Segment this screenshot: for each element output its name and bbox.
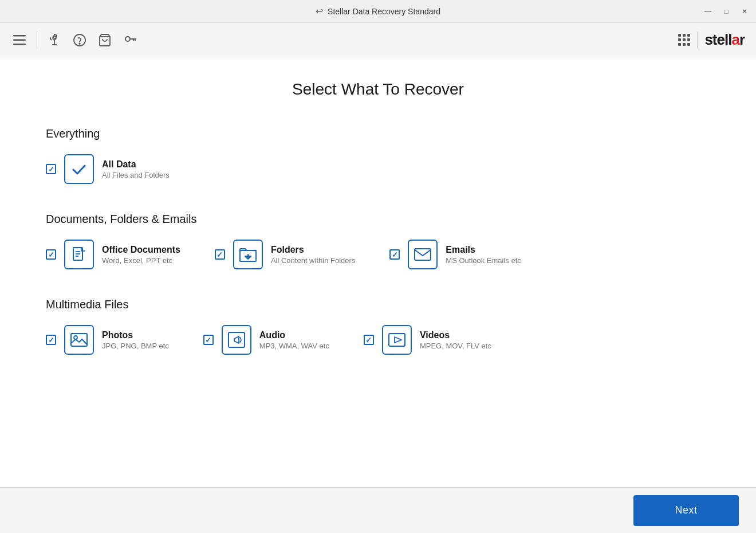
section-title-everything: Everything (46, 127, 710, 140)
item-folders[interactable]: Folders All Content within Folders (215, 240, 355, 269)
svg-rect-14 (71, 334, 87, 346)
title-bar-right: — □ ✕ (703, 7, 749, 16)
emails-text: Emails MS Outlook Emails etc (446, 245, 521, 265)
office-docs-label: Office Documents (102, 245, 180, 255)
photos-icon-box (64, 325, 94, 355)
svg-marker-18 (395, 337, 401, 343)
checkbox-folders[interactable] (215, 249, 225, 260)
item-all-data[interactable]: All Data All Files and Folders (46, 154, 170, 184)
office-docs-sublabel: Word, Excel, PPT etc (102, 256, 180, 265)
window-title: Stellar Data Recovery Standard (328, 7, 440, 16)
stellar-logo: stellar (704, 31, 745, 49)
folders-sublabel: All Content within Folders (271, 256, 355, 265)
emails-label: Emails (446, 245, 521, 255)
help-icon[interactable] (72, 32, 88, 48)
emails-icon-box (408, 240, 438, 269)
item-videos[interactable]: Videos MPEG, MOV, FLV etc (364, 325, 491, 355)
toolbar-separator-2 (697, 32, 698, 49)
office-docs-icon-box (64, 240, 94, 269)
all-data-text: All Data All Files and Folders (102, 159, 170, 179)
toolbar-left (11, 32, 138, 49)
svg-rect-17 (389, 334, 405, 346)
photos-sublabel: JPG, PNG, BMP etc (102, 342, 169, 350)
toolbar-separator-1 (37, 32, 37, 49)
svg-rect-1 (13, 39, 26, 41)
section-documents: Documents, Folders & Emails Office (46, 213, 710, 269)
main-content: Select What To Recover Everything All Da… (0, 57, 756, 487)
videos-sublabel: MPEG, MOV, FLV etc (420, 342, 491, 350)
microscope-icon[interactable] (46, 32, 62, 48)
item-photos[interactable]: Photos JPG, PNG, BMP etc (46, 325, 169, 355)
toolbar: stellar (0, 23, 756, 57)
back-icon: ↩ (316, 6, 323, 17)
svg-point-6 (79, 43, 80, 44)
cart-icon[interactable] (97, 32, 113, 48)
audio-sublabel: MP3, WMA, WAV etc (259, 342, 329, 350)
videos-label: Videos (420, 330, 491, 340)
checkbox-office-docs[interactable] (46, 249, 56, 260)
item-office-docs[interactable]: Office Documents Word, Excel, PPT etc (46, 240, 180, 269)
photos-label: Photos (102, 330, 169, 340)
checkbox-wrap-all-data (46, 164, 56, 174)
svg-rect-13 (415, 249, 431, 260)
next-button[interactable]: Next (633, 495, 739, 526)
all-data-label: All Data (102, 159, 170, 170)
folders-icon-box (233, 240, 263, 269)
checkbox-videos[interactable] (364, 335, 374, 345)
svg-rect-16 (229, 332, 245, 347)
audio-text: Audio MP3, WMA, WAV etc (259, 330, 329, 350)
all-data-sublabel: All Files and Folders (102, 171, 170, 179)
maximize-button[interactable]: □ (722, 7, 731, 16)
item-emails[interactable]: Emails MS Outlook Emails etc (389, 240, 521, 269)
folders-text: Folders All Content within Folders (271, 245, 355, 265)
audio-label: Audio (259, 330, 329, 340)
checkbox-audio[interactable] (203, 335, 214, 345)
svg-rect-0 (13, 35, 26, 37)
menu-icon[interactable] (11, 32, 27, 48)
item-audio[interactable]: Audio MP3, WMA, WAV etc (203, 325, 329, 355)
section-everything: Everything All Data All Files and Folder… (46, 127, 710, 184)
office-docs-text: Office Documents Word, Excel, PPT etc (102, 245, 180, 265)
toolbar-right: stellar (678, 31, 745, 49)
page-title: Select What To Recover (46, 80, 710, 99)
all-data-icon-box (64, 154, 94, 184)
section-multimedia: Multimedia Files Photos JPG, PNG, BMP et… (46, 298, 710, 355)
folders-label: Folders (271, 245, 355, 255)
section-title-documents: Documents, Folders & Emails (46, 213, 710, 226)
photos-text: Photos JPG, PNG, BMP etc (102, 330, 169, 350)
svg-rect-2 (13, 44, 26, 45)
checkbox-all-data[interactable] (46, 164, 56, 174)
items-row-multimedia: Photos JPG, PNG, BMP etc Audio MP3, WMA,… (46, 325, 710, 355)
checkbox-photos[interactable] (46, 335, 56, 345)
videos-icon-box (382, 325, 412, 355)
footer: Next (0, 487, 756, 533)
key-icon[interactable] (122, 32, 138, 48)
items-row-documents: Office Documents Word, Excel, PPT etc Fo… (46, 240, 710, 269)
audio-icon-box (222, 325, 251, 355)
checkbox-emails[interactable] (389, 249, 400, 260)
svg-point-8 (125, 37, 130, 41)
minimize-button[interactable]: — (703, 7, 712, 16)
emails-sublabel: MS Outlook Emails etc (446, 256, 521, 265)
items-row-everything: All Data All Files and Folders (46, 154, 710, 184)
title-bar-center: ↩ Stellar Data Recovery Standard (316, 6, 440, 17)
close-button[interactable]: ✕ (740, 7, 749, 16)
section-title-multimedia: Multimedia Files (46, 298, 710, 311)
videos-text: Videos MPEG, MOV, FLV etc (420, 330, 491, 350)
title-bar: ↩ Stellar Data Recovery Standard — □ ✕ (0, 0, 756, 23)
apps-grid-icon[interactable] (678, 34, 690, 46)
